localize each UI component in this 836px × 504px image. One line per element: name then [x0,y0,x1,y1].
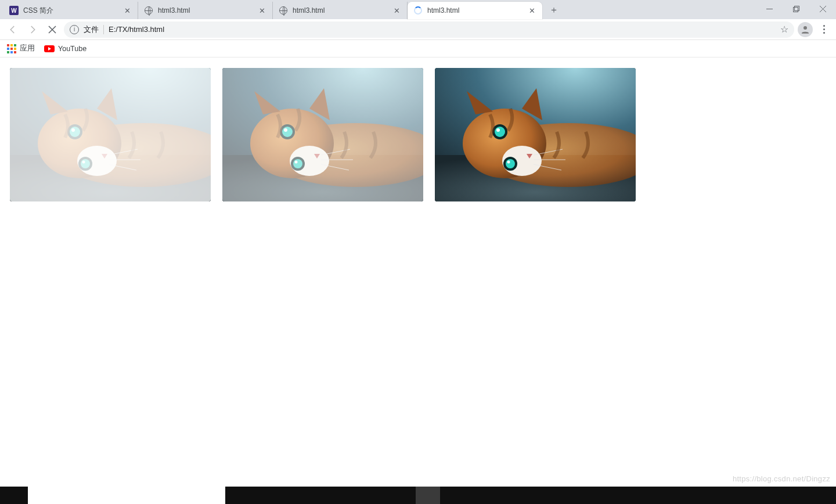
close-icon[interactable]: ✕ [122,6,132,15]
new-tab-button[interactable]: ＋ [546,2,562,18]
site-info-icon[interactable]: i [70,25,79,34]
browser-tab-strip: W CSS 简介 ✕ html3.html ✕ html3.html ✕ htm… [0,0,836,19]
tab-title: html3.html [427,6,527,15]
image-3 [435,68,636,201]
close-icon[interactable]: ✕ [392,6,401,15]
svg-point-45 [506,159,515,168]
tab-title: html3.html [293,6,392,15]
svg-point-46 [507,161,510,164]
svg-rect-2 [794,6,799,10]
svg-point-43 [496,128,500,132]
bookmark-star-icon[interactable]: ☆ [780,24,788,35]
maximize-button[interactable] [783,0,809,17]
favicon-globe-icon [279,6,288,15]
bookmarks-bar: 应用 YouTube [0,40,836,57]
address-bar[interactable]: i 文件 E:/TX/html3.html ☆ [64,21,794,38]
favicon-globe-icon [144,6,153,15]
favicon-w3-icon: W [9,6,19,15]
taskbar-segment [416,487,440,504]
profile-avatar-button[interactable] [798,22,813,37]
tab-title: html3.html [158,6,257,15]
divider [103,25,104,34]
svg-rect-0 [766,9,773,9]
apps-shortcut[interactable]: 应用 [7,44,35,53]
tab-html3-2[interactable]: html3.html ✕ [273,2,408,19]
image-1 [10,68,211,201]
page-content [0,57,836,212]
bookmark-youtube[interactable]: YouTube [44,45,87,53]
close-window-button[interactable] [809,0,836,17]
svg-rect-1 [793,7,798,12]
close-icon[interactable]: ✕ [527,6,536,15]
taskbar-segment [28,487,225,504]
stop-reload-button[interactable] [44,21,60,38]
back-button[interactable] [5,21,21,38]
address-source-label: 文件 [84,24,99,35]
tab-title: CSS 简介 [23,6,122,16]
address-url: E:/TX/html3.html [109,25,164,34]
youtube-icon [44,45,55,52]
opacity-overlay [222,68,423,201]
browser-toolbar: i 文件 E:/TX/html3.html ☆ [0,19,836,40]
windows-taskbar[interactable] [0,487,836,504]
window-controls [756,0,836,17]
tab-html3-active[interactable]: html3.html ✕ [408,2,542,19]
tab-css-intro[interactable]: W CSS 简介 ✕ [3,2,138,19]
apps-grid-icon [7,44,16,53]
svg-point-7 [803,26,807,30]
bookmark-label: YouTube [58,45,87,53]
tab-html3-1[interactable]: html3.html ✕ [138,2,273,19]
opacity-overlay [10,68,211,201]
watermark-text: https://blog.csdn.net/Dingzz [733,474,830,483]
image-2 [222,68,423,201]
svg-point-42 [495,127,505,137]
minimize-button[interactable] [756,0,783,17]
forward-button[interactable] [24,21,41,38]
apps-label: 应用 [20,44,35,53]
close-icon[interactable]: ✕ [257,6,266,15]
chrome-menu-button[interactable] [819,25,829,34]
favicon-loading-icon [413,6,423,15]
